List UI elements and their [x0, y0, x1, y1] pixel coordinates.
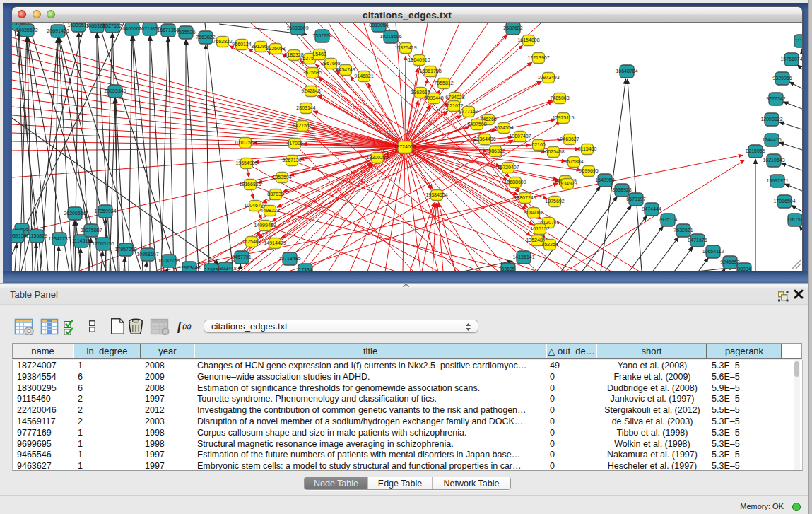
- svg-text:13718485: 13718485: [278, 256, 300, 261]
- svg-text:19384554: 19384554: [425, 192, 447, 197]
- svg-text:16961758: 16961758: [419, 69, 441, 74]
- svg-text:887833: 887833: [267, 192, 283, 197]
- svg-text:16033809: 16033809: [286, 25, 308, 30]
- svg-text:17359924: 17359924: [94, 209, 116, 214]
- svg-text:12923448: 12923448: [178, 265, 200, 270]
- svg-text:9699695: 9699695: [579, 168, 598, 173]
- svg-text:18640910: 18640910: [408, 57, 430, 62]
- svg-text:98934: 98934: [737, 267, 751, 271]
- svg-text:18724007: 18724007: [394, 144, 416, 149]
- svg-text:7515526: 7515526: [176, 30, 195, 35]
- svg-text:16210643: 16210643: [763, 158, 784, 163]
- svg-text:9084067: 9084067: [524, 210, 543, 215]
- svg-text:20053346: 20053346: [104, 88, 126, 93]
- svg-text:13325419: 13325419: [394, 45, 416, 50]
- svg-text:16782759: 16782759: [158, 258, 180, 263]
- svg-text:8215955: 8215955: [746, 148, 765, 153]
- svg-text:18807249: 18807249: [514, 195, 536, 200]
- svg-text:10807487: 10807487: [509, 134, 531, 139]
- svg-text:14914479: 14914479: [264, 240, 286, 245]
- svg-text:19218506: 19218506: [379, 34, 401, 39]
- svg-text:15751074: 15751074: [780, 57, 802, 62]
- svg-text:417006: 417006: [286, 141, 302, 146]
- svg-text:11123: 11123: [795, 38, 802, 43]
- svg-text:9777169: 9777169: [459, 109, 478, 114]
- svg-text:9242848: 9242848: [301, 88, 320, 93]
- svg-text:8454749: 8454749: [336, 67, 355, 72]
- svg-text:20691406: 20691406: [47, 28, 69, 33]
- svg-text:9329966: 9329966: [772, 76, 792, 81]
- svg-text:1975692: 1975692: [545, 199, 564, 204]
- svg-text:1244415: 1244415: [762, 137, 781, 142]
- svg-text:6794028: 6794028: [445, 95, 464, 100]
- svg-text:17334: 17334: [298, 267, 312, 271]
- svg-text:12505155: 12505155: [92, 241, 114, 246]
- svg-text:3675685: 3675685: [302, 70, 322, 75]
- svg-text:2687682: 2687682: [503, 25, 522, 30]
- svg-text:8427552: 8427552: [293, 123, 312, 128]
- svg-text:7986322: 7986322: [486, 148, 505, 153]
- svg-text:9457791: 9457791: [232, 255, 251, 259]
- svg-text:8813054: 8813054: [369, 23, 388, 28]
- svg-text:15720407: 15720407: [497, 165, 519, 170]
- svg-text:10973493: 10973493: [537, 75, 559, 80]
- svg-text:10688609: 10688609: [504, 180, 526, 185]
- svg-text:7357224: 7357224: [312, 33, 331, 38]
- svg-text:1362615: 1362615: [411, 90, 430, 95]
- svg-text:9115460: 9115460: [578, 146, 597, 151]
- svg-text:15468: 15468: [312, 52, 326, 57]
- svg-text:1640954: 1640954: [595, 177, 614, 182]
- svg-text:9660124: 9660124: [232, 42, 251, 47]
- svg-text:83585: 83585: [501, 267, 515, 271]
- svg-text:6679197: 6679197: [626, 197, 645, 201]
- svg-text:3624554: 3624554: [494, 125, 513, 130]
- svg-text:10025458: 10025458: [542, 149, 564, 154]
- svg-text:19166825: 19166825: [239, 182, 261, 187]
- svg-text:7663822: 7663822: [196, 35, 215, 40]
- svg-text:14099489: 14099489: [254, 223, 276, 228]
- svg-text:8938928: 8938928: [612, 187, 631, 192]
- svg-text:12342737: 12342737: [48, 236, 70, 241]
- svg-text:9227342: 9227342: [766, 96, 785, 101]
- svg-text:17957253: 17957253: [114, 247, 136, 252]
- svg-text:116753: 116753: [787, 217, 802, 222]
- svg-text:7632621: 7632621: [673, 228, 693, 233]
- svg-text:18300295: 18300295: [366, 155, 388, 160]
- svg-text:16648784: 16648784: [616, 69, 637, 74]
- svg-text:62160: 62160: [531, 142, 546, 147]
- svg-text:10654112: 10654112: [702, 249, 724, 254]
- svg-text:3267130: 3267130: [282, 158, 301, 163]
- svg-text:7663822: 7663822: [213, 39, 232, 44]
- svg-text:12923: 12923: [204, 267, 218, 271]
- svg-text:9463627: 9463627: [560, 136, 579, 141]
- svg-text:12975115: 12975115: [553, 115, 575, 120]
- svg-text:7955812: 7955812: [434, 81, 453, 86]
- svg-text:8471676: 8471676: [688, 238, 707, 243]
- svg-text:9146821: 9146821: [354, 74, 373, 78]
- svg-text:2867608: 2867608: [321, 61, 340, 66]
- svg-text:8939154: 8939154: [12, 233, 27, 238]
- svg-text:30975887: 30975887: [80, 228, 102, 233]
- svg-text:11156829: 11156829: [26, 233, 47, 238]
- svg-text:9575884: 9575884: [564, 159, 583, 164]
- svg-text:(x): (x): [182, 322, 192, 331]
- svg-text:7485063: 7485063: [550, 95, 569, 100]
- svg-text:26206556: 26206556: [64, 211, 86, 216]
- svg-text:10046798: 10046798: [244, 203, 266, 208]
- svg-text:9474444: 9474444: [642, 206, 661, 211]
- svg-text:14136141: 14136141: [512, 255, 534, 259]
- svg-text:19654985: 19654985: [235, 160, 257, 165]
- svg-text:1615152: 1615152: [530, 226, 549, 231]
- svg-text:10107553: 10107553: [234, 140, 256, 145]
- svg-text:6497568: 6497568: [467, 122, 486, 127]
- svg-text:9245652: 9245652: [720, 259, 739, 264]
- svg-text:4498222: 4498222: [260, 208, 279, 213]
- svg-text:8990448: 8990448: [424, 95, 443, 100]
- svg-text:21364436: 21364436: [473, 136, 495, 141]
- svg-text:10958107: 10958107: [136, 252, 158, 257]
- svg-text:3226058: 3226058: [266, 46, 285, 51]
- svg-text:12093822: 12093822: [760, 117, 782, 122]
- svg-text:2935114: 2935114: [659, 217, 678, 222]
- svg-text:17016504: 17016504: [773, 199, 795, 204]
- svg-text:16154808: 16154808: [517, 37, 539, 42]
